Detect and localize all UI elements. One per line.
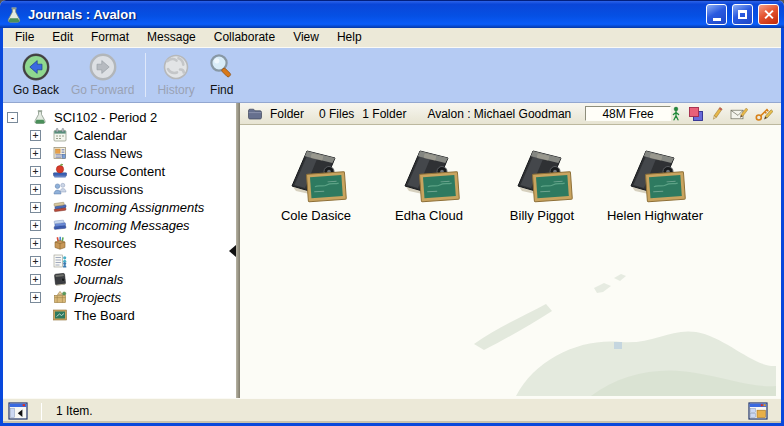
journal-item-edha-cloud[interactable]: Edha Cloud [377, 146, 481, 223]
folder-icon [247, 106, 263, 121]
go-back-icon [21, 52, 51, 82]
folders-count: 1 Folder [362, 107, 406, 121]
go-back-button[interactable]: Go Back [7, 51, 65, 98]
tree-item-calendar[interactable]: +Calendar [3, 126, 236, 144]
history-button[interactable]: History [151, 51, 200, 98]
news-icon [52, 145, 69, 161]
content-column: Folder 0 Files 1 Folder Avalon : Michael… [240, 103, 781, 398]
expander-plus-icon[interactable]: + [30, 148, 41, 159]
journal-label: Helen Highwater [607, 208, 703, 223]
tree-item-course-content[interactable]: +Course Content [3, 162, 236, 180]
expander-plus-icon[interactable]: + [30, 130, 41, 141]
tree-item-label: Journals [74, 272, 123, 287]
journal-label: Billy Piggot [510, 208, 574, 223]
expander-plus-icon[interactable]: + [30, 292, 41, 303]
header-icon-group [671, 106, 773, 122]
title-bar: Journals : Avalon [0, 0, 784, 28]
find-button[interactable]: Find [201, 51, 243, 98]
journal-book-icon [510, 146, 574, 204]
menu-item-view[interactable]: View [284, 28, 328, 47]
splitter-collapse-arrow-icon[interactable] [229, 245, 236, 257]
expander-plus-icon[interactable]: + [30, 238, 41, 249]
tree-item-label: Resources [74, 236, 136, 251]
tree-item-discussions[interactable]: +Discussions [3, 180, 236, 198]
board-icon [52, 307, 69, 323]
tree-item-resources[interactable]: +Resources [3, 234, 236, 252]
history-label: History [157, 83, 194, 97]
tree-item-class-news[interactable]: +Class News [3, 144, 236, 162]
tree-item-the-board[interactable]: The Board [3, 306, 236, 324]
user-icon[interactable] [671, 106, 681, 122]
menu-bar: FileEditFormatMessageCollaborateViewHelp [3, 28, 781, 48]
files-count: 0 Files [319, 107, 354, 121]
journal-item-cole-dasice[interactable]: Cole Dasice [264, 146, 368, 223]
tree-item-incoming-assignments[interactable]: +Incoming Assignments [3, 198, 236, 216]
history-icon [161, 52, 191, 82]
journal-label: Cole Dasice [281, 208, 351, 223]
journal-item-helen-highwater[interactable]: Helen Highwater [603, 146, 707, 223]
tree-item-label: Roster [74, 254, 112, 269]
projects-icon [52, 289, 69, 305]
layout-icon[interactable] [748, 402, 768, 420]
journals-icon [52, 271, 69, 287]
identity-label: Avalon : Michael Goodman [427, 107, 571, 121]
content-header-bar: Folder 0 Files 1 Folder Avalon : Michael… [240, 103, 781, 125]
close-button[interactable] [758, 4, 779, 25]
key-pen-icon[interactable] [755, 106, 773, 122]
go-forward-icon [88, 52, 118, 82]
minimize-button[interactable] [706, 4, 727, 25]
tree-item-label: Incoming Assignments [74, 200, 204, 215]
go-forward-button[interactable]: Go Forward [65, 51, 140, 98]
tree-item-projects[interactable]: +Projects [3, 288, 236, 306]
status-bar: 1 Item. [3, 398, 781, 423]
window-frame: FileEditFormatMessageCollaborateViewHelp… [0, 28, 784, 426]
layers-icon[interactable] [688, 106, 704, 122]
tree-item-roster[interactable]: +Roster [3, 252, 236, 270]
toolbar-separator [145, 53, 146, 97]
tree-item-label: Projects [74, 290, 121, 305]
menu-item-message[interactable]: Message [138, 28, 205, 47]
menu-item-edit[interactable]: Edit [43, 28, 82, 47]
tree-item-sci102-period-2[interactable]: -SCI102 - Period 2 [3, 108, 236, 126]
menu-item-format[interactable]: Format [82, 28, 138, 47]
expander-plus-icon[interactable]: + [30, 274, 41, 285]
pencil-icon[interactable] [711, 106, 723, 122]
maximize-icon [738, 10, 747, 19]
expander-plus-icon[interactable]: + [30, 202, 41, 213]
close-icon [763, 9, 774, 20]
expander-spacer [30, 310, 41, 321]
flask-icon [32, 109, 49, 125]
journal-item-billy-piggot[interactable]: Billy Piggot [490, 146, 594, 223]
expander-minus-icon[interactable]: - [7, 112, 18, 123]
resources-icon [52, 235, 69, 251]
roster-icon [52, 253, 69, 269]
journal-book-icon [397, 146, 461, 204]
tree-item-journals[interactable]: +Journals [3, 270, 236, 288]
main-area: -SCI102 - Period 2+Calendar+Class News+C… [3, 103, 781, 398]
menu-item-help[interactable]: Help [328, 28, 371, 47]
app-flask-icon [5, 6, 23, 24]
tree-item-label: Incoming Messages [74, 218, 190, 233]
map-watermark [466, 246, 776, 398]
tree-item-incoming-messages[interactable]: +Incoming Messages [3, 216, 236, 234]
tree-item-label: Calendar [74, 128, 127, 143]
journal-row: Cole DasiceEdha CloudBilly PiggotHelen H… [240, 125, 781, 223]
expander-plus-icon[interactable]: + [30, 256, 41, 267]
expander-plus-icon[interactable]: + [30, 166, 41, 177]
go-back-label: Go Back [13, 83, 59, 97]
panel-toggle-icon[interactable] [8, 402, 28, 420]
menu-item-collaborate[interactable]: Collaborate [205, 28, 284, 47]
folder-contents: Cole DasiceEdha CloudBilly PiggotHelen H… [240, 125, 781, 398]
menu-item-file[interactable]: File [6, 28, 43, 47]
statusbar-separator [41, 403, 42, 420]
maximize-button[interactable] [732, 4, 753, 25]
application-window: Journals : Avalon FileEditFormatMessageC… [0, 0, 784, 426]
window-title: Journals : Avalon [28, 7, 701, 22]
course-content-icon [52, 163, 69, 179]
minimize-icon [713, 18, 721, 21]
expander-plus-icon[interactable]: + [30, 220, 41, 231]
journal-book-icon [284, 146, 348, 204]
expander-plus-icon[interactable]: + [30, 184, 41, 195]
incoming-assignments-icon [52, 199, 69, 215]
compose-mail-icon[interactable] [730, 106, 748, 122]
